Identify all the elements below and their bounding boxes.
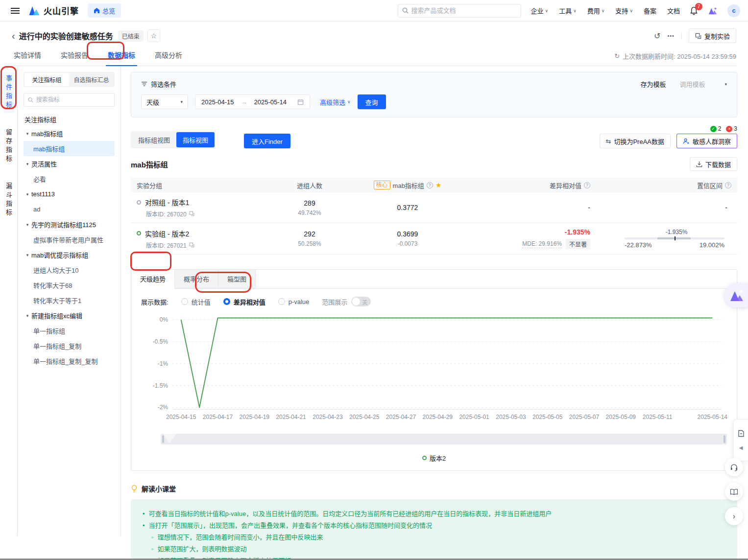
tree-item-7[interactable]: 虚拟事件带新老用户属性 bbox=[24, 232, 115, 247]
sensitive-insight-button[interactable]: 敏感人群洞察 bbox=[676, 134, 737, 148]
chart-controls: 展示数据: 统计值差异相对值p-value 范围展示 关 bbox=[131, 289, 737, 309]
radio-0[interactable]: 统计值 bbox=[181, 297, 211, 306]
slider-handle-left[interactable] bbox=[162, 435, 164, 443]
radio-2[interactable]: p-value bbox=[278, 298, 310, 305]
chart-tab-1[interactable]: 概率分布 bbox=[175, 270, 218, 288]
tree-item-1[interactable]: mab指标组 bbox=[24, 141, 115, 156]
sidebar-section-title: 关注指标组 bbox=[24, 115, 115, 124]
radio-label: p-value bbox=[289, 298, 310, 305]
docs-book-fab[interactable] bbox=[725, 483, 743, 501]
rail-item-1[interactable]: 留存指标 bbox=[3, 126, 14, 167]
sidebar-tab-custom-summary[interactable]: 自选指标汇总 bbox=[69, 73, 114, 86]
caret-down-icon: ▾ bbox=[24, 313, 31, 318]
tree-item-5[interactable]: ad bbox=[24, 202, 115, 217]
back-button[interactable]: ‹ bbox=[12, 31, 15, 41]
metric-search[interactable] bbox=[24, 93, 115, 107]
menu-label: 费用 bbox=[587, 6, 600, 15]
topnav-menu-2[interactable]: 费用∨ bbox=[587, 6, 605, 15]
history-icon[interactable]: ↺ bbox=[654, 31, 660, 41]
help-icon[interactable]: ? bbox=[725, 182, 731, 188]
topnav-menu-1[interactable]: 工具∨ bbox=[559, 6, 577, 15]
copy-experiment-button[interactable]: 复制实验 bbox=[689, 28, 736, 43]
header-tab-1[interactable]: 实验报告 bbox=[59, 50, 90, 66]
chart-legend[interactable]: 版本2 bbox=[131, 444, 737, 470]
tip-item-3: ◦如果范围扩大，则表明数据波动 bbox=[143, 544, 725, 554]
chevron-down-icon: ▾ bbox=[724, 82, 727, 87]
header-tab-3[interactable]: 高级分析 bbox=[153, 50, 184, 66]
main-content: 筛选条件 存为模板 调用模板 ▾ 天级 ▾ bbox=[121, 66, 748, 536]
chart-tab-0[interactable]: 天级趋势 bbox=[131, 270, 175, 289]
assistant-mountain-icon[interactable] bbox=[708, 6, 718, 15]
topnav-menu-5[interactable]: 文档 bbox=[667, 6, 680, 15]
table-row-control[interactable]: 对照组 - 版本1 版本ID: 267020 289 49.742% bbox=[131, 192, 737, 223]
advanced-filter-toggle[interactable]: 高级筛选 ∨ bbox=[320, 97, 351, 107]
line-chart[interactable]: 0%-0.5%-1%-1.5%-2%2025-04-152025-04-1720… bbox=[136, 311, 733, 425]
global-search[interactable] bbox=[398, 4, 521, 18]
view-tab-group[interactable]: 指标组视图 bbox=[132, 132, 176, 147]
topnav-menu-0[interactable]: 企业∨ bbox=[531, 6, 549, 15]
hamburger-menu-icon[interactable] bbox=[11, 8, 20, 14]
support-headset-fab[interactable] bbox=[725, 458, 743, 476]
sidebar-tab-focus-groups[interactable]: 关注指标组 bbox=[24, 73, 69, 86]
brand-logo[interactable]: 火山引擎 bbox=[28, 4, 79, 17]
date-range-picker[interactable]: 2025-04-15 → 2025-05-14 bbox=[195, 94, 310, 109]
tree-item-13[interactable]: 单一指标组 bbox=[24, 323, 115, 338]
star-icon[interactable]: ★ bbox=[435, 181, 442, 189]
refresh-icon[interactable]: ↻ bbox=[614, 52, 620, 60]
save-template-button[interactable]: 存为模板 bbox=[640, 79, 666, 89]
search-input[interactable] bbox=[411, 7, 517, 14]
tree-item-3[interactable]: 必看 bbox=[24, 171, 115, 187]
significance-badge: 不显著 bbox=[566, 239, 590, 249]
header-tab-0[interactable]: 实验详情 bbox=[12, 50, 43, 66]
help-icon[interactable]: ? bbox=[427, 182, 433, 188]
topnav-menu-3[interactable]: 支持∨ bbox=[615, 6, 633, 15]
copy-icon[interactable] bbox=[189, 242, 194, 248]
overview-button[interactable]: 总览 bbox=[88, 3, 121, 18]
switch-preaa-button[interactable]: ⇆ 切换为PreAA数据 bbox=[600, 134, 671, 148]
tree-item-15[interactable]: 单一指标组_复制_复制 bbox=[24, 353, 115, 369]
tree-group-8[interactable]: ▾mab调优提示指标组 bbox=[24, 247, 115, 262]
chevron-down-icon: ∨ bbox=[602, 8, 605, 13]
next-chevron-fab[interactable]: › bbox=[725, 507, 743, 525]
help-icon[interactable]: ? bbox=[584, 182, 590, 188]
toggle-knob bbox=[352, 298, 360, 305]
tree-item-11[interactable]: 转化率大于等于1 bbox=[24, 293, 115, 308]
svg-text:2025-04-21: 2025-04-21 bbox=[276, 414, 306, 420]
metric-search-input[interactable] bbox=[36, 96, 110, 103]
tree-group-2[interactable]: ▾灵活属性 bbox=[24, 156, 115, 171]
download-data-button[interactable]: 下载数据 bbox=[690, 157, 737, 171]
more-actions-icon[interactable]: ••• bbox=[667, 33, 675, 39]
document-edit-icon[interactable] bbox=[738, 430, 745, 437]
tree-group-0[interactable]: ▾mab指标组 bbox=[24, 126, 115, 141]
table-row-experiment[interactable]: 实验组 - 版本2 版本ID: 267021 292 50.258% bbox=[131, 223, 737, 255]
view-tab-metric[interactable]: 指标视图 bbox=[176, 132, 215, 147]
collapse-left-icon[interactable]: ◀ bbox=[739, 445, 743, 450]
ai-assistant-fab[interactable] bbox=[724, 283, 748, 307]
load-template-dropdown[interactable]: 调用模板 ▾ bbox=[679, 79, 727, 89]
copy-icon[interactable] bbox=[189, 211, 194, 216]
tree-item-14[interactable]: 单一指标组_复制 bbox=[24, 338, 115, 353]
topnav-menu-4[interactable]: 备案 bbox=[644, 6, 656, 15]
radio-1[interactable]: 差异相对值 bbox=[223, 297, 265, 306]
rail-item-0[interactable]: 事件指标 bbox=[3, 72, 14, 113]
header-tab-2[interactable]: 数据指标 bbox=[106, 50, 137, 66]
tree-item-9[interactable]: 进组人均大于10 bbox=[24, 262, 115, 278]
svg-text:2025-05-07: 2025-05-07 bbox=[569, 414, 600, 420]
rail-item-2[interactable]: 漏斗指标 bbox=[3, 180, 14, 221]
avatar[interactable]: c bbox=[727, 4, 740, 17]
tree-group-12[interactable]: ▾新建指标组xc编辑 bbox=[24, 308, 115, 323]
caret-down-icon: ▾ bbox=[24, 222, 31, 227]
tree-item-10[interactable]: 转化率大于68 bbox=[24, 278, 115, 293]
notifications-button[interactable]: 7 bbox=[690, 6, 698, 15]
tree-group-6[interactable]: ▾先宇的测试指标组1125 bbox=[24, 217, 115, 232]
chart-tab-2[interactable]: 箱型图 bbox=[218, 270, 256, 288]
sidebar-tabs: 关注指标组 自选指标汇总 bbox=[24, 72, 115, 87]
granularity-select[interactable]: 天级 ▾ bbox=[141, 94, 188, 109]
tree-group-4[interactable]: ▾test1113 bbox=[24, 187, 115, 202]
favorite-star-button[interactable]: ☆ bbox=[147, 29, 160, 42]
data-zoom-slider[interactable] bbox=[161, 434, 727, 444]
slider-handle-right[interactable] bbox=[724, 435, 725, 443]
enter-finder-button[interactable]: 进入Finder bbox=[244, 134, 290, 148]
range-toggle[interactable]: 关 bbox=[351, 297, 371, 306]
query-button[interactable]: 查询 bbox=[358, 94, 386, 109]
